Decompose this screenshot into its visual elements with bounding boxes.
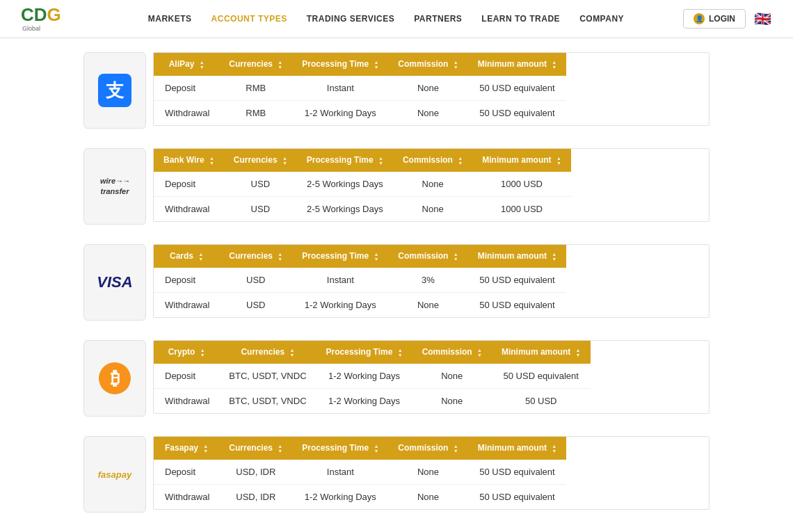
sort-commission-2: ▲▼ <box>458 156 463 166</box>
bw-col-commission[interactable]: Commission ▲▼ <box>393 149 472 172</box>
navbar: CDG Global MARKETS ACCOUNT TYPES TRADING… <box>0 0 793 38</box>
nav-account-types[interactable]: ACCOUNT TYPES <box>211 14 287 24</box>
cell-type: Deposit <box>154 268 219 293</box>
alipay-table: AliPay ▲▼ Currencies ▲▼ Processing Time … <box>154 53 566 125</box>
alipay-col-minimum[interactable]: Minimum amount ▲▼ <box>468 53 567 76</box>
cell-minimum: 50 USD equivalent <box>468 460 567 485</box>
bitcoin-icon: ₿ <box>99 362 131 394</box>
crypto-col-currencies[interactable]: Currencies ▲▼ <box>219 341 316 364</box>
cards-col-commission[interactable]: Commission ▲▼ <box>388 245 467 268</box>
nav-company[interactable]: COMPANY <box>579 14 624 24</box>
cell-minimum: 50 USD equivalent <box>468 268 567 293</box>
cell-minimum: 50 USD equivalent <box>468 100 567 125</box>
cell-type: Withdrawal <box>154 388 219 413</box>
cards-col-currencies[interactable]: Currencies ▲▼ <box>219 245 292 268</box>
sort-currencies-3: ▲▼ <box>278 252 282 261</box>
cell-commission: None <box>412 388 492 413</box>
cards-col-minimum[interactable]: Minimum amount ▲▼ <box>468 245 567 268</box>
bw-col-time[interactable]: Processing Time ▲▼ <box>297 149 393 172</box>
cell-time: 1-2 Working Days <box>317 364 412 389</box>
sort-commission-5: ▲▼ <box>454 444 458 453</box>
nav-partners[interactable]: PARTNERS <box>414 14 462 24</box>
crypto-col-commission[interactable]: Commission ▲▼ <box>412 341 492 364</box>
alipay-col-name[interactable]: AliPay ▲▼ <box>154 53 219 76</box>
fasapay-icon: fasapay <box>98 469 131 480</box>
table-row: Withdrawal USD 2-5 Workings Days None 10… <box>154 196 571 221</box>
cell-currency: RMB <box>219 100 292 125</box>
sort-currencies-2: ▲▼ <box>282 156 287 166</box>
bw-col-currencies[interactable]: Currencies ▲▼ <box>224 149 297 172</box>
fasapay-col-commission[interactable]: Commission ▲▼ <box>388 437 467 460</box>
alipay-col-currencies[interactable]: Currencies ▲▼ <box>219 53 292 76</box>
sort-min-3: ▲▼ <box>552 252 556 261</box>
cell-commission: None <box>388 76 467 101</box>
crypto-col-name[interactable]: Crypto ▲▼ <box>154 341 219 364</box>
login-button[interactable]: 👤 LOGIN <box>683 9 746 29</box>
alipay-col-commission[interactable]: Commission ▲▼ <box>388 53 467 76</box>
language-flag[interactable]: 🇬🇧 <box>753 9 772 29</box>
alipay-logo-box: 支 <box>83 52 146 129</box>
cell-time: 1-2 Working Days <box>317 388 412 413</box>
crypto-col-time[interactable]: Processing Time ▲▼ <box>317 341 412 364</box>
fasapay-col-currencies[interactable]: Currencies ▲▼ <box>219 437 292 460</box>
payment-block-crypto: ₿ Crypto ▲▼ Currencies ▲▼ Processing Tim… <box>83 340 710 417</box>
fasapay-col-time[interactable]: Processing Time ▲▼ <box>292 437 388 460</box>
alipay-col-time[interactable]: Processing Time ▲▼ <box>292 53 388 76</box>
fasapay-col-minimum[interactable]: Minimum amount ▲▼ <box>468 437 567 460</box>
table-row: Deposit USD Instant 3% 50 USD equivalent <box>154 268 566 293</box>
cards-table: Cards ▲▼ Currencies ▲▼ Processing Time ▲… <box>154 245 566 317</box>
visa-icon: VISA <box>97 273 132 291</box>
payment-block-alipay: 支 AliPay ▲▼ Currencies ▲▼ Processing Tim… <box>83 52 710 129</box>
sort-fasapay: ▲▼ <box>203 444 208 453</box>
cell-type: Deposit <box>154 364 219 389</box>
sort-time-1: ▲▼ <box>374 60 378 70</box>
table-row: Withdrawal BTC, USDT, VNDC 1-2 Working D… <box>154 388 591 413</box>
fasapay-col-name[interactable]: Fasapay ▲▼ <box>154 437 219 460</box>
cell-commission: None <box>393 172 472 197</box>
cell-currency: USD <box>224 196 297 221</box>
fasapay-logo-box: fasapay <box>83 436 146 513</box>
cell-type: Withdrawal <box>154 484 219 509</box>
nav-learn[interactable]: LEARN TO TRADE <box>481 14 560 24</box>
nav-trading-services[interactable]: TRADING SERVICES <box>307 14 394 24</box>
cell-commission: None <box>388 460 467 485</box>
cards-col-name[interactable]: Cards ▲▼ <box>154 245 219 268</box>
logo[interactable]: CDG Global <box>21 6 61 32</box>
sort-cards: ▲▼ <box>198 252 203 261</box>
cell-type: Withdrawal <box>154 100 219 125</box>
payment-block-cards: VISA Cards ▲▼ Currencies ▲▼ Processing T… <box>83 244 710 321</box>
table-row: Deposit RMB Instant None 50 USD equivale… <box>154 76 566 101</box>
sort-commission-3: ▲▼ <box>454 252 458 261</box>
cell-currency: USD <box>224 172 297 197</box>
cell-minimum: 50 USD equivalent <box>468 76 567 101</box>
cards-col-time[interactable]: Processing Time ▲▼ <box>292 245 388 268</box>
login-label: LOGIN <box>709 14 735 24</box>
sort-crypto: ▲▼ <box>200 348 205 357</box>
cell-currency: USD, IDR <box>219 484 292 509</box>
sort-currencies-1: ▲▼ <box>278 60 282 70</box>
payment-block-bankwire: wire→→transfer Bank Wire ▲▼ Currencies ▲… <box>83 148 710 225</box>
bw-col-name[interactable]: Bank Wire ▲▼ <box>154 149 224 172</box>
sort-min-2: ▲▼ <box>556 156 561 166</box>
fasapay-table-container: Fasapay ▲▼ Currencies ▲▼ Processing Time… <box>153 436 710 510</box>
nav-links: MARKETS ACCOUNT TYPES TRADING SERVICES P… <box>89 14 683 24</box>
cell-time: 1-2 Working Days <box>292 292 388 317</box>
cell-type: Withdrawal <box>154 196 224 221</box>
cell-commission: None <box>393 196 472 221</box>
cell-commission: None <box>388 100 467 125</box>
bw-col-minimum[interactable]: Minimum amount ▲▼ <box>472 149 571 172</box>
sort-time-5: ▲▼ <box>374 444 378 453</box>
cell-type: Deposit <box>154 76 219 101</box>
sort-alipay: ▲▼ <box>200 60 205 70</box>
cell-commission: 3% <box>388 268 467 293</box>
sort-commission-1: ▲▼ <box>454 60 458 70</box>
sort-time-4: ▲▼ <box>398 348 403 357</box>
cell-commission: None <box>388 484 467 509</box>
sort-min-5: ▲▼ <box>552 444 556 453</box>
nav-markets[interactable]: MARKETS <box>148 14 192 24</box>
crypto-col-minimum[interactable]: Minimum amount ▲▼ <box>492 341 591 364</box>
cell-minimum: 50 USD equivalent <box>492 364 591 389</box>
sort-time-2: ▲▼ <box>378 156 383 166</box>
sort-bw: ▲▼ <box>209 156 214 166</box>
cell-minimum: 50 USD <box>492 388 591 413</box>
